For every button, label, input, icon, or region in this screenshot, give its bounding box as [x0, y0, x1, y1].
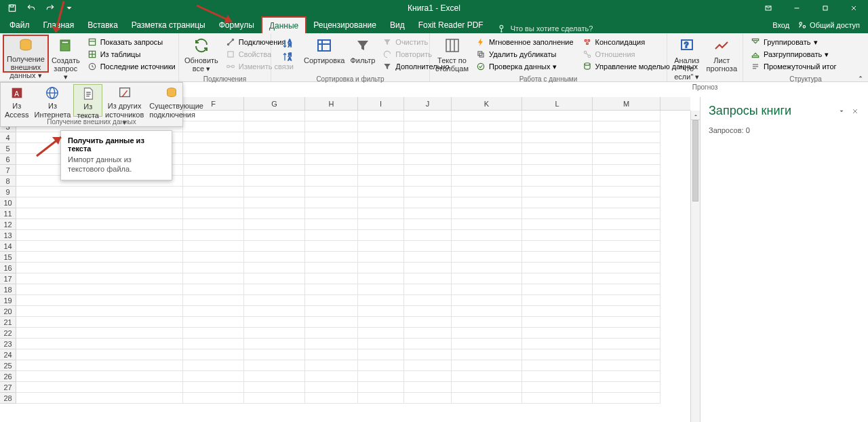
cell[interactable]: [358, 328, 404, 339]
tab-file[interactable]: Файл: [3, 16, 37, 33]
cell[interactable]: [358, 165, 404, 176]
cell[interactable]: [183, 371, 244, 382]
cell[interactable]: [244, 382, 305, 393]
cell[interactable]: [452, 230, 522, 241]
cell[interactable]: [183, 360, 244, 371]
ribbon-display-options[interactable]: [754, 0, 783, 16]
cell[interactable]: [404, 273, 452, 284]
cell[interactable]: [593, 263, 660, 273]
cell[interactable]: [358, 295, 404, 306]
column-header[interactable]: G: [244, 97, 305, 111]
cell[interactable]: [244, 187, 305, 197]
cell[interactable]: [358, 219, 404, 230]
cell[interactable]: [593, 154, 660, 165]
row-header[interactable]: 17: [0, 273, 16, 284]
cell[interactable]: [522, 132, 593, 143]
cell[interactable]: [522, 328, 593, 339]
collapse-ribbon-button[interactable]: [856, 72, 865, 81]
scroll-thumb[interactable]: [692, 120, 698, 202]
cell[interactable]: [244, 111, 305, 121]
cell[interactable]: [522, 143, 593, 154]
cell[interactable]: [183, 132, 244, 143]
cell[interactable]: [244, 165, 305, 176]
cell[interactable]: [593, 111, 660, 121]
cell[interactable]: [358, 121, 404, 132]
tab-рецензирование[interactable]: Рецензирование: [307, 16, 383, 33]
cell[interactable]: [358, 360, 404, 371]
cell[interactable]: [305, 371, 358, 382]
cell[interactable]: [404, 263, 452, 273]
cell[interactable]: [404, 306, 452, 317]
cell[interactable]: [305, 165, 358, 176]
cell[interactable]: [244, 349, 305, 360]
cell[interactable]: [452, 165, 522, 176]
cell[interactable]: [305, 382, 358, 393]
cell[interactable]: [244, 371, 305, 382]
cell[interactable]: [404, 371, 452, 382]
cell[interactable]: [358, 263, 404, 273]
column-header[interactable]: K: [452, 97, 522, 111]
tab-данные[interactable]: Данные: [261, 16, 307, 33]
forecast-sheet-button[interactable]: Листпрогноза: [704, 35, 740, 74]
cell[interactable]: [522, 339, 593, 349]
row-header[interactable]: 8: [0, 176, 16, 187]
cell[interactable]: [452, 219, 522, 230]
cell[interactable]: [183, 219, 244, 230]
cell[interactable]: [244, 208, 305, 219]
cell[interactable]: [522, 154, 593, 165]
cell[interactable]: [305, 111, 358, 121]
cell[interactable]: [244, 143, 305, 154]
cell[interactable]: [522, 393, 593, 404]
data-validation-button[interactable]: Проверка данных ▾: [473, 60, 576, 73]
ungroup-button[interactable]: Разгруппировать ▾: [747, 48, 840, 60]
cell[interactable]: [183, 273, 244, 284]
row-headers[interactable]: 2345678910111213141516171819202122232425…: [0, 111, 16, 422]
cell[interactable]: [358, 349, 404, 360]
cell[interactable]: [358, 187, 404, 197]
cell[interactable]: [522, 241, 593, 252]
row-header[interactable]: 20: [0, 306, 16, 317]
cell[interactable]: [522, 349, 593, 360]
cell[interactable]: [522, 360, 593, 371]
cell[interactable]: [244, 263, 305, 273]
cell[interactable]: [305, 143, 358, 154]
cell[interactable]: [305, 295, 358, 306]
cell[interactable]: [183, 339, 244, 349]
cell[interactable]: [452, 208, 522, 219]
from-table-button[interactable]: Из таблицы: [84, 48, 178, 60]
text-to-columns-button[interactable]: Текст постолбцам: [433, 35, 471, 74]
cell[interactable]: [452, 121, 522, 132]
column-header[interactable]: H: [305, 97, 358, 111]
close-button[interactable]: [840, 0, 868, 16]
cell[interactable]: [183, 143, 244, 154]
cell[interactable]: [358, 111, 404, 121]
column-header[interactable]: I: [358, 97, 404, 111]
cell[interactable]: [404, 154, 452, 165]
cell[interactable]: [404, 295, 452, 306]
row-header[interactable]: 10: [0, 197, 16, 208]
cell[interactable]: [404, 339, 452, 349]
cell[interactable]: [522, 382, 593, 393]
cell[interactable]: [305, 219, 358, 230]
cell[interactable]: [305, 230, 358, 241]
cell[interactable]: [358, 284, 404, 295]
cell[interactable]: [244, 219, 305, 230]
cell[interactable]: [183, 263, 244, 273]
filter-button[interactable]: Фильтр: [347, 35, 378, 66]
tell-me-search[interactable]: Что вы хотите сделать?: [497, 24, 593, 33]
row-header[interactable]: 22: [0, 328, 16, 339]
cell[interactable]: [358, 306, 404, 317]
cell[interactable]: [593, 295, 660, 306]
row-header[interactable]: 15: [0, 252, 16, 263]
row-header[interactable]: 16: [0, 263, 16, 273]
share-button[interactable]: Общий доступ: [793, 20, 864, 30]
cell[interactable]: [404, 252, 452, 263]
cell[interactable]: [593, 143, 660, 154]
from-text-button[interactable]: Изтекста: [73, 84, 102, 117]
cell[interactable]: [358, 317, 404, 328]
cell[interactable]: [305, 154, 358, 165]
cell[interactable]: [593, 284, 660, 295]
cell[interactable]: [593, 121, 660, 132]
cell[interactable]: [593, 219, 660, 230]
flash-fill-button[interactable]: Мгновенное заполнение: [473, 36, 576, 48]
